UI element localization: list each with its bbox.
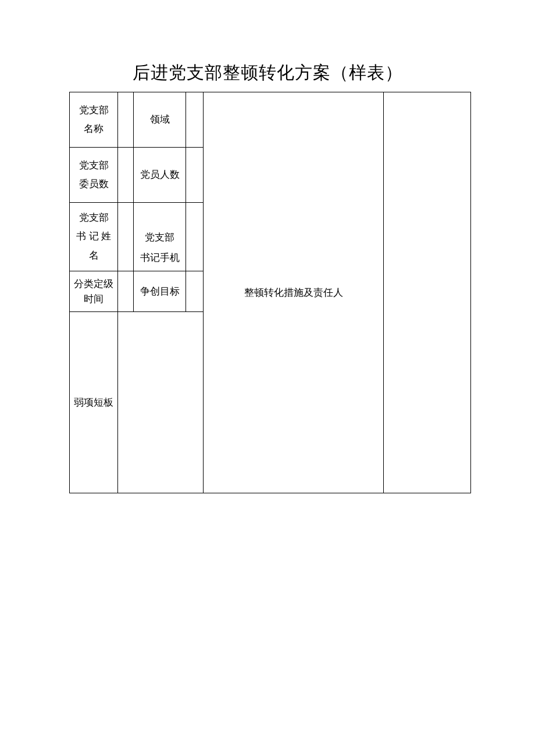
- value-secretary-phone: [186, 203, 204, 271]
- label-secretary-name: 党支部书 记 姓名: [70, 203, 118, 271]
- label-target: 争创目标: [134, 271, 186, 312]
- value-grading-time: [118, 271, 134, 312]
- label-weakness: 弱项短板: [70, 312, 118, 493]
- label-measures: 整顿转化措施及责任人: [204, 92, 384, 493]
- form-table: 党支部名称 领域 整顿转化措施及责任人 党支部委员数 党员人数 党支部书 记 姓…: [69, 92, 471, 493]
- value-committee-count: [118, 148, 134, 203]
- label-committee-count: 党支部委员数: [70, 148, 118, 203]
- label-branch-name: 党支部名称: [70, 92, 118, 148]
- label-member-count: 党员人数: [134, 148, 186, 203]
- value-weakness: [118, 312, 204, 493]
- page-title: 后进党支部整顿转化方案（样表）: [0, 61, 535, 85]
- value-target: [186, 271, 204, 312]
- form-table-wrap: 党支部名称 领域 整顿转化措施及责任人 党支部委员数 党员人数 党支部书 记 姓…: [69, 92, 470, 493]
- label-field: 领域: [134, 92, 186, 148]
- value-field: [186, 92, 204, 148]
- label-grading-time: 分类定级时间: [70, 271, 118, 312]
- label-secretary-phone: 党支部书记手机: [134, 203, 186, 271]
- value-member-count: [186, 148, 204, 203]
- value-secretary-name: [118, 203, 134, 271]
- value-branch-name: [118, 92, 134, 148]
- value-measures: [384, 92, 471, 493]
